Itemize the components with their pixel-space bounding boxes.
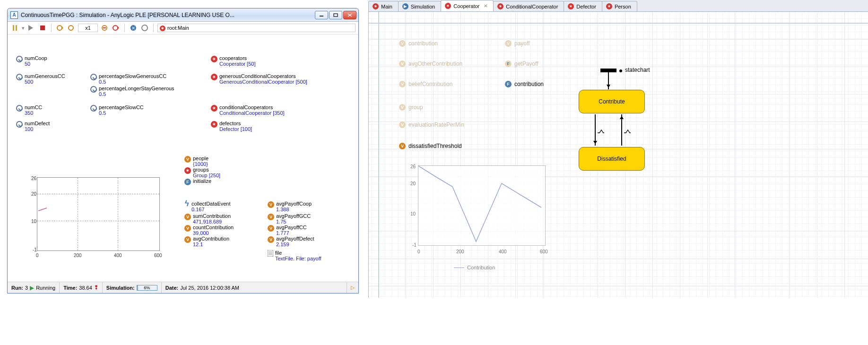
tab-cooperator[interactable]: ✶Cooperator✕	[441, 0, 494, 11]
nav-button-1[interactable]: ✕	[129, 23, 138, 33]
tab-defector[interactable]: ✶Defector	[564, 1, 602, 11]
legend-label: Contribution	[467, 265, 495, 270]
var-avgPayoffCoop[interactable]: V avgPayoffCoop 1.388	[268, 201, 312, 212]
tab-person[interactable]: ✶Person	[602, 1, 637, 11]
param-label: numCC	[25, 104, 42, 110]
svg-rect-7	[40, 26, 45, 30]
var-countContribution[interactable]: V countContribution 39,000	[184, 224, 234, 236]
x-tick: 400	[499, 249, 507, 254]
param-label: percentageLongerStayGenerous	[99, 86, 174, 91]
var-people[interactable]: V people {1000}	[184, 155, 208, 167]
speed-up-button[interactable]	[111, 23, 121, 33]
state-dissatisfied[interactable]: Dissatisfied	[579, 147, 645, 171]
transition-down[interactable]	[595, 114, 596, 146]
item-label: beliefContribution	[408, 81, 452, 87]
var-contribution[interactable]: Vcontribution	[399, 40, 438, 47]
svg-point-17	[142, 25, 148, 31]
agent-label: generousConditionalCooperators	[219, 73, 295, 79]
param-numDefect[interactable]: numDefect 100	[16, 121, 50, 132]
param-pctSlowCC[interactable]: percentageSlowCC 0.5	[90, 104, 144, 116]
agent-defectors[interactable]: ✶ defectors Defector [100]	[211, 121, 252, 132]
var-avgOtherContribution[interactable]: VavgOtherContribution	[399, 60, 462, 67]
svg-text:✕: ✕	[131, 26, 135, 31]
play-button[interactable]	[26, 23, 36, 33]
variable-icon: V	[399, 143, 406, 149]
status-step-button[interactable]: ▷	[347, 282, 358, 293]
param-label: numCoop	[25, 55, 47, 61]
editor-chart-legend: Contribution	[454, 265, 495, 270]
realtime-button[interactable]	[67, 23, 76, 33]
y-tick: 26	[410, 164, 416, 169]
stat-value: 1.388	[276, 207, 312, 212]
agent-cooperators[interactable]: ✶ cooperators Cooperator [50]	[211, 55, 255, 67]
agent-icon: ✶	[211, 105, 217, 112]
var-dissatisfiedThreshold[interactable]: VdissatisfiedThreshold	[399, 143, 462, 149]
path-breadcrumb[interactable]: ✶ root:Main	[157, 24, 356, 32]
tab-main[interactable]: ✶Main	[368, 1, 399, 11]
param-pctSlowGenCC[interactable]: percentageSlowGenerousCC 0.5	[90, 73, 166, 85]
var-avgPayoffCC[interactable]: V avgPayoffCC 1.777	[268, 224, 307, 236]
statechart-entry[interactable]	[600, 69, 616, 72]
var-group[interactable]: Vgroup	[399, 104, 423, 111]
titlebar[interactable]: A ContinuousTimePGG : Simulation - AnyLo…	[8, 9, 358, 22]
tab-label: Simulation	[411, 4, 435, 9]
variable-icon: V	[268, 225, 274, 232]
svg-rect-5	[16, 25, 17, 31]
svg-point-13	[113, 26, 118, 30]
chart-plot	[37, 177, 160, 251]
close-icon[interactable]: ✕	[484, 3, 487, 9]
stat-label: avgPayoffDefect	[276, 236, 314, 242]
left-chart: 26 20 10 -1 0 200 400 600	[22, 177, 164, 260]
var-avgPayoffDefect[interactable]: V avgPayoffDefect 2.159	[268, 236, 314, 247]
param-pctLongerStayGen[interactable]: percentageLongerStayGenerous 0.5	[90, 86, 174, 97]
pause-button[interactable]	[10, 23, 20, 33]
param-numCC[interactable]: numCC 350	[16, 104, 42, 116]
transition-up[interactable]	[621, 114, 622, 146]
event-collectData[interactable]: ϟ collectDataEvent 0.167	[184, 201, 231, 212]
run-label: Run:	[11, 285, 23, 291]
param-numGenerousCC[interactable]: numGenerousCC 500	[16, 73, 65, 85]
nav-button-2[interactable]	[140, 23, 149, 33]
fn-initialize[interactable]: F initialize	[184, 178, 211, 185]
svg-rect-1	[334, 14, 338, 17]
stat-label: avgPayoffCC	[276, 224, 307, 230]
tab-label: Person	[615, 4, 631, 9]
file-output[interactable]: file TextFile. File: payoff	[268, 250, 321, 261]
fn-getPayoff[interactable]: FgetPayoff	[505, 60, 538, 67]
event-icon: ϟ	[184, 201, 190, 207]
editor-canvas[interactable]: Vcontribution Vpayoff VavgOtherContribut…	[368, 12, 868, 298]
editor-chart-plot	[418, 165, 546, 246]
stat-value: 39,000	[193, 230, 234, 236]
tab-simulation[interactable]: ▶Simulation	[398, 1, 441, 11]
close-button[interactable]	[343, 11, 356, 19]
variable-icon: V	[399, 60, 406, 67]
maximize-button[interactable]	[329, 11, 342, 19]
stat-value: 0.167	[191, 207, 231, 212]
editor-chart[interactable]: 26 20 10 -1 0 200 400 600 Contribution	[402, 165, 548, 267]
param-numCoop[interactable]: numCoop 50	[16, 55, 47, 67]
speed-display[interactable]: x1	[78, 24, 98, 32]
variable-icon: V	[505, 40, 512, 47]
status-bar: Run: 3 ▶ Running Time: 38.64 ❢ Simulatio…	[8, 282, 358, 293]
var-evaluationRatePerMin[interactable]: VevaluationRatePerMin	[399, 121, 464, 128]
function-icon: F	[505, 60, 512, 67]
var-avgContribution[interactable]: V avgContribution 12.1	[184, 236, 229, 247]
stop-button[interactable]	[38, 23, 47, 33]
item-label: evaluationRatePerMin	[408, 121, 464, 128]
tab-conditionalcooperator[interactable]: ✶ConditionalCooperator	[493, 1, 564, 11]
fn-contribution[interactable]: Fcontribution	[505, 81, 544, 87]
speed-down-button[interactable]	[100, 23, 109, 33]
minimize-button[interactable]	[315, 11, 328, 19]
state-contribute[interactable]: Contribute	[579, 90, 645, 113]
item-label: group	[408, 104, 423, 111]
var-payoff[interactable]: Vpayoff	[505, 40, 529, 47]
agent-groups[interactable]: ✶ groups Group [250]	[184, 167, 220, 178]
var-beliefContribution[interactable]: VbeliefContribution	[399, 81, 452, 87]
var-avgPayoffGCC[interactable]: V avgPayoffGCC 1.75	[268, 213, 311, 224]
var-sumContribution[interactable]: V sumContribution 471,918.689	[184, 213, 231, 224]
agent-condCoop[interactable]: ✶ conditionalCooperators ConditionalCoop…	[211, 104, 285, 116]
slow-button[interactable]	[55, 23, 65, 33]
simulation-body: numCoop 50 numGenerousCC 500 numCC 350 n…	[8, 34, 358, 282]
toolbar-separator	[124, 24, 125, 32]
agent-generousCC[interactable]: ✶ generousConditionalCooperators Generou…	[211, 73, 307, 85]
